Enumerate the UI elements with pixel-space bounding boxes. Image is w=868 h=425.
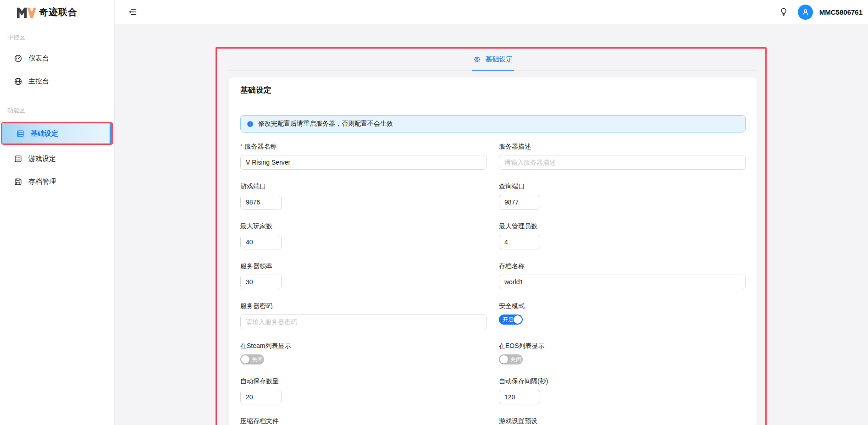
card-title: 基础设定: [240, 86, 271, 94]
field-input[interactable]: [499, 390, 540, 404]
tab-basic-settings[interactable]: 基础设定: [472, 49, 514, 70]
form-field: 游戏端口: [240, 182, 487, 210]
field-label: 查询端口: [499, 182, 746, 191]
form-field: 安全模式开启: [499, 302, 746, 329]
globe-icon: [14, 77, 22, 86]
form-field: 在EOS列表显示关闭: [499, 342, 746, 364]
brand-logo[interactable]: 奇迹联合: [0, 0, 114, 24]
toggle-switch-off[interactable]: 关闭: [499, 354, 523, 364]
toggle-switch-off[interactable]: 关闭: [240, 354, 264, 364]
form-field: 服务器帧率: [240, 262, 487, 289]
field-label: 在Steam列表显示: [240, 342, 487, 350]
sidebar-nav: 中控区仪表台主控台功能区基础设定游戏设定存档管理: [0, 24, 114, 193]
topbar: MMC5806761: [115, 0, 868, 24]
required-asterisk: *: [240, 143, 243, 150]
form-field: 压缩存档文件: [240, 417, 487, 425]
switch-knob: [514, 315, 522, 324]
sidebar-section-label: 中控区: [0, 24, 114, 46]
field-input[interactable]: [240, 275, 282, 289]
switch-state-label: 开启: [503, 315, 514, 325]
field-input[interactable]: [499, 195, 540, 210]
sidebar-item-globe[interactable]: 主控台: [0, 70, 114, 92]
sidebar-item-label: 游戏设定: [28, 155, 56, 163]
annotation-highlight: 基础设定: [1, 122, 113, 145]
brand-logo-icon: [16, 6, 37, 19]
sidebar-item-label: 存档管理: [28, 177, 56, 186]
sidebar-item-label: 仪表台: [28, 54, 49, 63]
field-input[interactable]: [240, 155, 487, 170]
field-label: 自动保存数量: [240, 377, 487, 386]
field-label: 服务器密码: [240, 302, 487, 310]
form-field: *服务器名称: [240, 143, 487, 170]
bulb-icon[interactable]: [776, 4, 791, 20]
menu-fold-icon[interactable]: [125, 4, 140, 20]
alert-text: 修改完配置后请重启服务器，否则配置不会生效: [258, 120, 393, 128]
form-field: 最大管理员数: [499, 222, 746, 249]
form-field: 游戏设置预设: [499, 417, 746, 425]
tabs-bar: 基础设定: [229, 49, 757, 71]
sidebar-item-label: 主控台: [28, 77, 49, 86]
sidebar-item-save[interactable]: 存档管理: [0, 171, 114, 193]
toggle-switch-on[interactable]: 开启: [499, 315, 523, 325]
field-label: 自动保存间隔(秒): [499, 377, 746, 386]
settings-form: *服务器名称服务器描述游戏端口查询端口最大玩家数最大管理员数服务器帧率存档名称服…: [240, 143, 746, 425]
save-icon: [14, 177, 22, 186]
server-icon: [16, 129, 25, 138]
field-input[interactable]: [240, 235, 282, 249]
field-label: 在EOS列表显示: [499, 342, 746, 350]
field-label: 安全模式: [499, 302, 746, 310]
form-field: 自动保存间隔(秒): [499, 377, 746, 404]
field-label: 服务器描述: [499, 143, 746, 151]
sidebar-item-server[interactable]: 基础设定: [2, 123, 112, 144]
switch-knob: [241, 355, 249, 364]
username[interactable]: MMC5806761: [819, 8, 864, 16]
field-label: 服务器帧率: [240, 262, 487, 270]
profile-icon: [14, 155, 22, 163]
field-label: 存档名称: [499, 262, 746, 270]
card-header: 基础设定: [229, 77, 757, 103]
field-input[interactable]: [499, 235, 540, 249]
field-label: 最大管理员数: [499, 222, 746, 231]
switch-state-label: 关闭: [252, 354, 263, 364]
tab-label: 基础设定: [486, 55, 513, 64]
field-label: 游戏端口: [240, 182, 487, 191]
switch-knob: [500, 355, 508, 364]
user-avatar[interactable]: [798, 5, 813, 20]
sidebar-item-dashboard[interactable]: 仪表台: [0, 47, 114, 69]
switch-state-label: 关闭: [510, 354, 521, 364]
annotated-panel: 基础设定 基础设定 修改完配置后请重启服务器，否则配置不会生效 *服务器名称服: [216, 47, 767, 425]
field-label: *服务器名称: [240, 143, 487, 151]
sidebar-section-label: 功能区: [0, 97, 114, 119]
form-field: 在Steam列表显示关闭: [240, 342, 487, 364]
settings-card: 基础设定 修改完配置后请重启服务器，否则配置不会生效 *服务器名称服务器描述游戏…: [229, 77, 757, 425]
sidebar-item-profile[interactable]: 游戏设定: [0, 148, 114, 170]
brand-name: 奇迹联合: [39, 6, 77, 18]
sidebar-item-label: 基础设定: [31, 129, 58, 138]
form-field: 服务器描述: [499, 143, 746, 170]
field-input[interactable]: [240, 390, 282, 404]
field-label: 最大玩家数: [240, 222, 487, 231]
gear-icon: [473, 55, 481, 63]
field-input[interactable]: [499, 275, 746, 289]
field-label: 游戏设置预设: [499, 417, 746, 425]
card-body: 修改完配置后请重启服务器，否则配置不会生效 *服务器名称服务器描述游戏端口查询端…: [229, 103, 757, 425]
main-content: 基础设定 基础设定 修改完配置后请重启服务器，否则配置不会生效 *服务器名称服: [115, 24, 868, 425]
info-circle-icon: [247, 121, 254, 127]
field-label: 压缩存档文件: [240, 417, 487, 425]
field-input[interactable]: [499, 155, 746, 170]
field-input[interactable]: [240, 315, 487, 329]
topbar-right: MMC5806761: [776, 4, 864, 20]
form-field: 服务器密码: [240, 302, 487, 329]
sidebar: 奇迹联合 中控区仪表台主控台功能区基础设定游戏设定存档管理: [0, 0, 115, 425]
form-field: 自动保存数量: [240, 377, 487, 404]
dashboard-icon: [14, 54, 22, 63]
info-alert: 修改完配置后请重启服务器，否则配置不会生效: [240, 115, 746, 132]
form-field: 最大玩家数: [240, 222, 487, 249]
form-field: 存档名称: [499, 262, 746, 289]
form-field: 查询端口: [499, 182, 746, 210]
field-input[interactable]: [240, 195, 282, 210]
